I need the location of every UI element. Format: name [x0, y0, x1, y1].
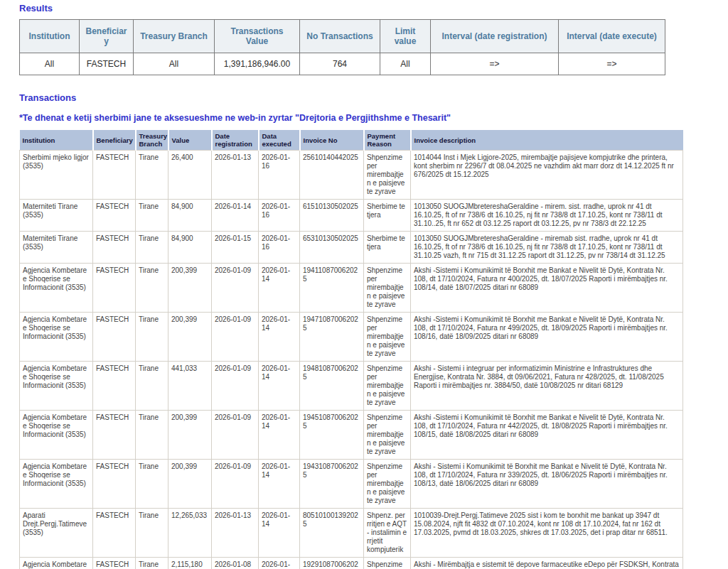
tx-cell-invoice-no: 194110870062025: [300, 264, 364, 313]
tx-cell-date-registration: 2026-01-09: [212, 313, 259, 362]
tx-cell-treasury-branch: Tirane: [136, 200, 168, 232]
transactions-table: Institution Beneficiary Treasury Branch …: [19, 130, 683, 569]
results-cell-beneficiary: FASTECH: [80, 53, 134, 75]
tx-cell-data-executed: 2026-01-13: [259, 558, 300, 569]
tx-cell-institution: Aparati Drejt.Pergj.Tatimeve (3535): [20, 509, 93, 558]
tx-header-invoice-no: Invoice No: [300, 130, 364, 151]
transactions-note: *Te dhenat e ketij sherbimi jane te akse…: [19, 113, 728, 123]
tx-header-invoice-description: Invoice description: [411, 130, 683, 151]
tx-cell-date-registration: 2026-01-13: [212, 151, 259, 200]
tx-header-date-registration: Date registration: [212, 130, 259, 151]
tx-cell-institution: Agjencia Kombetare e Shoqerise se Inform…: [20, 264, 93, 313]
tx-cell-data-executed: 2026-01-16: [259, 200, 300, 232]
tx-cell-value: 84,900: [168, 232, 212, 264]
results-header-interval-execute: Interval (date execute): [559, 20, 665, 53]
tx-header-data-executed: Data executed: [259, 130, 300, 151]
tx-cell-beneficiary: FASTECH: [93, 151, 136, 200]
tx-cell-value: 12,265,033: [168, 509, 212, 558]
tx-cell-invoice-no: 805101001392025: [300, 509, 364, 558]
results-header-limit-value: Limit value: [380, 20, 431, 53]
tx-cell-data-executed: 2026-01-14: [259, 460, 300, 509]
tx-cell-date-registration: 2026-01-09: [212, 411, 259, 460]
tx-cell-date-registration: 2026-01-13: [212, 509, 259, 558]
tx-cell-data-executed: 2026-01-14: [259, 509, 300, 558]
results-cell-no-transactions: 764: [300, 53, 380, 75]
transaction-row: Agjencia Kombetare e Shoqerise se Inform…: [20, 558, 683, 569]
tx-cell-invoice-no: 61510130502025: [300, 200, 364, 232]
tx-cell-data-executed: 2026-01-16: [259, 232, 300, 264]
transaction-row: Agjencia Kombetare e Shoqerise se Inform…: [20, 313, 683, 362]
tx-cell-institution: Agjencia Kombetare e Shoqerise se Inform…: [20, 460, 93, 509]
tx-cell-institution: Sherbimi mjeko ligjor (3535): [20, 151, 93, 200]
tx-header-payment-reason: Payment Reason: [364, 130, 411, 151]
tx-cell-value: 441,033: [168, 362, 212, 411]
tx-cell-invoice-no: 194810870062025: [300, 362, 364, 411]
tx-cell-payment-reason: Shpenzime per mirembajtjen e paisjeve te…: [364, 558, 411, 569]
tx-header-value: Value: [168, 130, 212, 151]
tx-cell-beneficiary: FASTECH: [93, 200, 136, 232]
tx-cell-treasury-branch: Tirane: [136, 509, 168, 558]
transaction-row: Agjencia Kombetare e Shoqerise se Inform…: [20, 411, 683, 460]
tx-cell-date-registration: 2026-01-14: [212, 200, 259, 232]
transactions-table-body: Sherbimi mjeko ligjor (3535) FASTECH Tir…: [20, 151, 683, 569]
tx-cell-payment-reason: Shpenzime per mirembajtjen e paisjeve te…: [364, 460, 411, 509]
page: Results Institution Beneficiary Treasury…: [0, 0, 728, 569]
results-header-institution: Institution: [20, 20, 80, 53]
transaction-row: Sherbimi mjeko ligjor (3535) FASTECH Tir…: [20, 151, 683, 200]
tx-cell-beneficiary: FASTECH: [93, 264, 136, 313]
results-header-beneficiary: Beneficiary: [80, 20, 134, 53]
tx-cell-beneficiary: FASTECH: [93, 558, 136, 569]
tx-cell-date-registration: 2026-01-09: [212, 264, 259, 313]
results-section-title: Results: [19, 3, 728, 13]
tx-cell-treasury-branch: Tirane: [136, 460, 168, 509]
transaction-row: Agjencia Kombetare e Shoqerise se Inform…: [20, 264, 683, 313]
tx-cell-value: 2,115,180: [168, 558, 212, 569]
tx-cell-institution: Agjencia Kombetare e Shoqerise se Inform…: [20, 313, 93, 362]
tx-cell-payment-reason: Sherbime te tjera: [364, 200, 411, 232]
tx-cell-invoice-description: 1010039-Drejt.Pergj.Tatimeve 2025 sist i…: [411, 509, 683, 558]
tx-cell-treasury-branch: Tirane: [136, 232, 168, 264]
tx-cell-institution: Agjencia Kombetare e Shoqerise se Inform…: [20, 362, 93, 411]
tx-cell-payment-reason: Shpenzime per mirembajtjen e paisjeve te…: [364, 313, 411, 362]
results-header-row: Institution Beneficiary Treasury Branch …: [20, 20, 665, 53]
tx-cell-treasury-branch: Tirane: [136, 411, 168, 460]
transactions-header-row: Institution Beneficiary Treasury Branch …: [20, 130, 683, 151]
transaction-row: Agjencia Kombetare e Shoqerise se Inform…: [20, 460, 683, 509]
tx-header-institution: Institution: [20, 130, 93, 151]
tx-cell-payment-reason: Sherbime te tjera: [364, 232, 411, 264]
results-header-no-transactions: No Transactions: [300, 20, 380, 53]
results-header-treasury-branch: Treasury Branch: [134, 20, 215, 53]
results-cell-treasury-branch: All: [134, 53, 215, 75]
results-cell-interval-execute: =>: [559, 53, 665, 75]
results-cell-transactions-value: 1,391,186,946.00: [215, 53, 300, 75]
tx-cell-treasury-branch: Tirane: [136, 151, 168, 200]
transaction-row: Materniteti Tirane (3535) FASTECH Tirane…: [20, 232, 683, 264]
tx-cell-invoice-description: 1014044 Inst i Mjek Ligjore-2025, miremb…: [411, 151, 683, 200]
tx-cell-invoice-description: Akshi - Mirëmbajtja e sistemit të depove…: [411, 558, 683, 569]
tx-cell-invoice-description: Akshi - Sistemi i integruar per informat…: [411, 362, 683, 411]
tx-cell-invoice-description: Akshi - Sistemi i Komunikimit të Borxhit…: [411, 460, 683, 509]
tx-cell-invoice-no: 192910870062025: [300, 558, 364, 569]
transaction-row: Agjencia Kombetare e Shoqerise se Inform…: [20, 362, 683, 411]
tx-cell-beneficiary: FASTECH: [93, 362, 136, 411]
tx-cell-invoice-description: Akshi -Sistemi i Komunikimit të Borxhit …: [411, 313, 683, 362]
tx-cell-institution: Agjencia Kombetare e Shoqerise se Inform…: [20, 411, 93, 460]
tx-cell-institution: Agjencia Kombetare e Shoqerise se Inform…: [20, 558, 93, 569]
tx-cell-payment-reason: Shpenzime per mirembajtjen e paisjeve te…: [364, 151, 411, 200]
tx-cell-treasury-branch: Tirane: [136, 362, 168, 411]
tx-cell-beneficiary: FASTECH: [93, 509, 136, 558]
tx-cell-invoice-description: Akshi -Sistemi i Komunikimit të Borxhit …: [411, 264, 683, 313]
tx-cell-beneficiary: FASTECH: [93, 460, 136, 509]
tx-cell-treasury-branch: Tirane: [136, 264, 168, 313]
tx-cell-date-registration: 2026-01-09: [212, 362, 259, 411]
tx-cell-invoice-no: 194710870062025: [300, 313, 364, 362]
results-cell-institution: All: [20, 53, 80, 75]
tx-cell-invoice-description: 1013050 SUOGJMbretereshaGeraldine - mire…: [411, 232, 683, 264]
tx-header-treasury-branch: Treasury Branch: [136, 130, 168, 151]
results-header-interval-registration: Interval (date registration): [431, 20, 559, 53]
tx-cell-value: 200,399: [168, 460, 212, 509]
tx-cell-payment-reason: Shpenzime per mirembajtjen e paisjeve te…: [364, 264, 411, 313]
tx-cell-institution: Materniteti Tirane (3535): [20, 232, 93, 264]
tx-cell-data-executed: 2026-01-16: [259, 151, 300, 200]
tx-header-beneficiary: Beneficiary: [93, 130, 136, 151]
